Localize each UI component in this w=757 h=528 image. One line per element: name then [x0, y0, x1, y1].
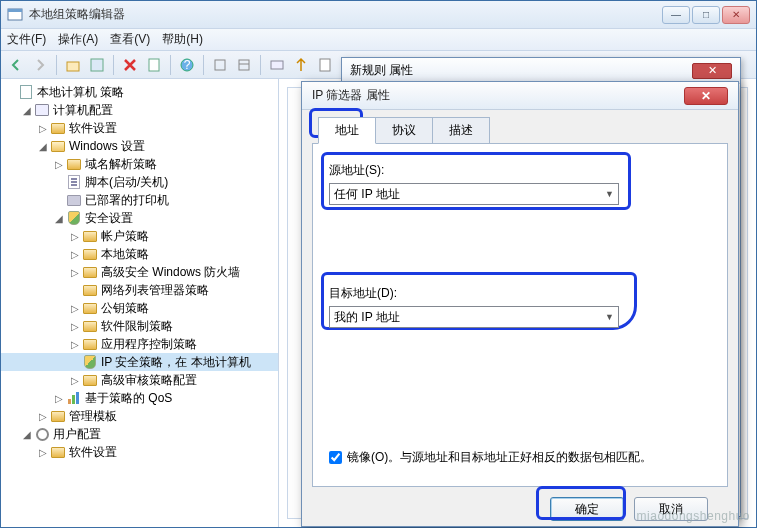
dialog-new-rule-title: 新规则 属性: [350, 62, 413, 79]
window-title: 本地组策略编辑器: [29, 6, 662, 23]
svg-text:?: ?: [184, 58, 191, 72]
source-address-select[interactable]: 任何 IP 地址: [329, 183, 619, 205]
ok-button[interactable]: 确定: [550, 497, 624, 521]
tree-app-control[interactable]: ▷应用程序控制策略: [1, 335, 278, 353]
svg-rect-7: [215, 60, 225, 70]
folder-icon: [82, 246, 98, 262]
svg-rect-10: [320, 59, 330, 71]
tree-ip-security[interactable]: IP 安全策略，在 本地计算机: [1, 353, 278, 371]
menu-view[interactable]: 查看(V): [110, 31, 150, 48]
tool-extra-2[interactable]: [233, 54, 255, 76]
tree-printers[interactable]: 已部署的打印机: [1, 191, 278, 209]
folder-icon: [50, 444, 66, 460]
dialog-ip-filter-title: IP 筛选器 属性: [312, 87, 390, 104]
shield-icon: [66, 210, 82, 226]
tree-public-key[interactable]: ▷公钥策略: [1, 299, 278, 317]
tree-scripts[interactable]: 脚本(启动/关机): [1, 173, 278, 191]
source-address-label: 源地址(S):: [329, 162, 711, 179]
expand-icon: ▷: [69, 339, 80, 350]
tool-extra-1[interactable]: [209, 54, 231, 76]
folder-icon: [82, 264, 98, 280]
user-icon: [34, 426, 50, 442]
svg-rect-4: [149, 59, 159, 71]
tree-computer-config[interactable]: ◢计算机配置: [1, 101, 278, 119]
tree-windows-settings[interactable]: ◢Windows 设置: [1, 137, 278, 155]
menu-action[interactable]: 操作(A): [58, 31, 98, 48]
expand-icon: ▷: [53, 393, 64, 404]
toolbar-separator: [170, 55, 171, 75]
mirror-label: 镜像(O)。与源地址和目标地址正好相反的数据包相匹配。: [347, 449, 652, 466]
expand-icon: ▷: [69, 231, 80, 242]
tree-arrow-icon: [5, 87, 16, 98]
main-window: 本地组策略编辑器 — □ ✕ 文件(F) 操作(A) 查看(V) 帮助(H) ?: [0, 0, 757, 528]
nav-back-button[interactable]: [5, 54, 27, 76]
tree-root[interactable]: 本地计算机 策略: [1, 83, 278, 101]
tree-advanced-firewall[interactable]: ▷高级安全 Windows 防火墙: [1, 263, 278, 281]
mirror-checkbox[interactable]: [329, 451, 342, 464]
maximize-button[interactable]: □: [692, 6, 720, 24]
tab-protocol[interactable]: 协议: [375, 117, 433, 144]
expand-icon: ▷: [69, 267, 80, 278]
expand-icon: ▷: [37, 123, 48, 134]
tool-extra-5[interactable]: [314, 54, 336, 76]
dest-address-group: 目标地址(D): 我的 IP 地址: [329, 285, 711, 328]
expand-icon: ▷: [37, 411, 48, 422]
dialog-ip-filter-close-button[interactable]: ✕: [684, 87, 728, 105]
menubar: 文件(F) 操作(A) 查看(V) 帮助(H): [1, 29, 756, 51]
dialog-new-rule-close-button[interactable]: ✕: [692, 63, 732, 79]
tree-user-software[interactable]: ▷软件设置: [1, 443, 278, 461]
source-address-group: 源地址(S): 任何 IP 地址: [329, 162, 711, 205]
svg-rect-3: [91, 59, 103, 71]
document-icon: [18, 84, 34, 100]
tree-account-policy[interactable]: ▷帐户策略: [1, 227, 278, 245]
close-button[interactable]: ✕: [722, 6, 750, 24]
delete-button[interactable]: [119, 54, 141, 76]
tree-qos[interactable]: ▷基于策略的 QoS: [1, 389, 278, 407]
tree-network-list[interactable]: 网络列表管理器策略: [1, 281, 278, 299]
tool-extra-3[interactable]: [266, 54, 288, 76]
up-button[interactable]: [62, 54, 84, 76]
collapse-icon: ◢: [37, 141, 48, 152]
menu-file[interactable]: 文件(F): [7, 31, 46, 48]
expand-icon: ▷: [69, 375, 80, 386]
tab-description[interactable]: 描述: [432, 117, 490, 144]
computer-icon: [34, 102, 50, 118]
folder-icon: [50, 408, 66, 424]
menu-help[interactable]: 帮助(H): [162, 31, 203, 48]
svg-rect-9: [271, 61, 283, 69]
folder-icon: [50, 120, 66, 136]
tab-address[interactable]: 地址: [318, 117, 376, 144]
tree-local-policy[interactable]: ▷本地策略: [1, 245, 278, 263]
tree-software-restrict[interactable]: ▷软件限制策略: [1, 317, 278, 335]
export-button[interactable]: [143, 54, 165, 76]
folder-icon: [82, 372, 98, 388]
expand-icon: ▷: [53, 159, 64, 170]
mirror-checkbox-row: 镜像(O)。与源地址和目标地址正好相反的数据包相匹配。: [329, 449, 652, 466]
expand-icon: ▷: [69, 303, 80, 314]
dest-address-select[interactable]: 我的 IP 地址: [329, 306, 619, 328]
help-button[interactable]: ?: [176, 54, 198, 76]
dialog-ip-filter-body: 地址 协议 描述 源地址(S): 任何 IP 地址 目标地址(D): 我的 IP…: [302, 110, 738, 528]
properties-button[interactable]: [86, 54, 108, 76]
tree-panel[interactable]: 本地计算机 策略 ◢计算机配置 ▷软件设置 ◢Windows 设置 ▷域名解析策…: [1, 79, 279, 527]
titlebar: 本地组策略编辑器 — □ ✕: [1, 1, 756, 29]
tree-advanced-audit[interactable]: ▷高级审核策略配置: [1, 371, 278, 389]
tree-user-config[interactable]: ◢用户配置: [1, 425, 278, 443]
tree-software-settings[interactable]: ▷软件设置: [1, 119, 278, 137]
minimize-button[interactable]: —: [662, 6, 690, 24]
folder-icon: [82, 318, 98, 334]
tool-extra-4[interactable]: [290, 54, 312, 76]
folder-icon: [66, 156, 82, 172]
folder-open-icon: [50, 138, 66, 154]
window-controls: — □ ✕: [662, 6, 750, 24]
tree-security[interactable]: ◢安全设置: [1, 209, 278, 227]
svg-rect-1: [8, 9, 22, 12]
dialog-ip-filter: IP 筛选器 属性 ✕ 地址 协议 描述 源地址(S): 任何 IP 地址: [301, 81, 739, 527]
printer-icon: [66, 192, 82, 208]
svg-rect-8: [239, 60, 249, 70]
dialog-ip-filter-header[interactable]: IP 筛选器 属性 ✕: [302, 82, 738, 110]
tree-dns-policy[interactable]: ▷域名解析策略: [1, 155, 278, 173]
nav-forward-button[interactable]: [29, 54, 51, 76]
tree-admin-templates[interactable]: ▷管理模板: [1, 407, 278, 425]
folder-icon: [82, 300, 98, 316]
